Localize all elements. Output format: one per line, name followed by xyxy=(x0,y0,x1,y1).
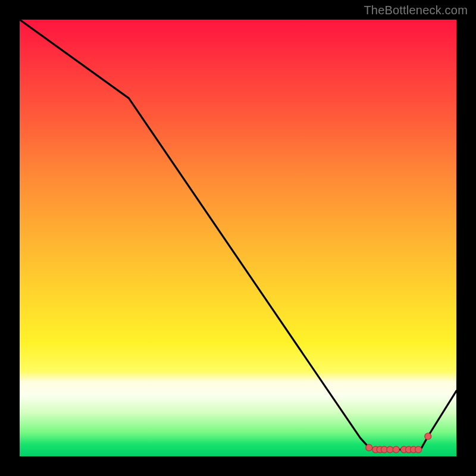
chart-marker xyxy=(366,444,372,451)
chart-line xyxy=(20,20,456,450)
chart-overlay xyxy=(20,20,456,456)
watermark-text: TheBottleneck.com xyxy=(364,4,468,17)
chart-markers xyxy=(366,433,431,453)
chart-marker xyxy=(415,446,422,453)
chart-marker xyxy=(387,446,393,453)
chart-marker xyxy=(425,433,431,440)
chart-marker xyxy=(393,446,399,453)
chart-frame: TheBottleneck.com xyxy=(0,0,476,476)
